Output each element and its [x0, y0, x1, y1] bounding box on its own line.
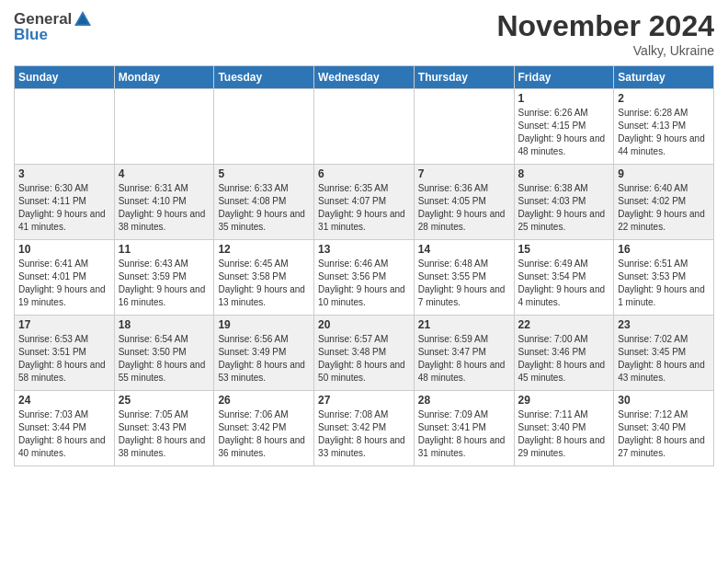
day-info: Sunrise: 6:36 AM Sunset: 4:05 PM Dayligh…	[418, 182, 510, 234]
page: General Blue November 2024 Valky, Ukrain…	[0, 0, 728, 563]
table-row	[214, 89, 314, 165]
day-info: Sunrise: 6:54 AM Sunset: 3:50 PM Dayligh…	[119, 333, 210, 385]
logo: General Blue	[14, 9, 94, 44]
day-number: 1	[518, 92, 610, 105]
day-info: Sunrise: 6:30 AM Sunset: 4:11 PM Dayligh…	[18, 182, 110, 234]
table-row	[314, 89, 415, 165]
day-info: Sunrise: 6:48 AM Sunset: 3:55 PM Dayligh…	[418, 258, 510, 309]
table-row: 28Sunrise: 7:09 AM Sunset: 3:41 PM Dayli…	[414, 391, 514, 466]
day-number: 13	[318, 243, 410, 256]
day-info: Sunrise: 7:09 AM Sunset: 3:41 PM Dayligh…	[418, 408, 510, 460]
calendar-week-row: 1Sunrise: 6:26 AM Sunset: 4:15 PM Daylig…	[15, 89, 714, 165]
calendar-table: Sunday Monday Tuesday Wednesday Thursday…	[14, 65, 714, 466]
calendar-week-row: 24Sunrise: 7:03 AM Sunset: 3:44 PM Dayli…	[15, 391, 714, 466]
day-info: Sunrise: 6:43 AM Sunset: 3:59 PM Dayligh…	[119, 258, 210, 309]
day-info: Sunrise: 6:57 AM Sunset: 3:48 PM Dayligh…	[318, 333, 410, 385]
day-number: 2	[618, 92, 710, 105]
day-info: Sunrise: 7:11 AM Sunset: 3:40 PM Dayligh…	[518, 408, 610, 460]
day-number: 5	[218, 167, 310, 180]
logo-icon	[73, 9, 93, 29]
table-row: 21Sunrise: 6:59 AM Sunset: 3:47 PM Dayli…	[414, 316, 514, 391]
day-number: 9	[618, 167, 710, 180]
day-number: 3	[18, 167, 110, 180]
day-info: Sunrise: 6:45 AM Sunset: 3:58 PM Dayligh…	[218, 258, 310, 309]
day-info: Sunrise: 6:38 AM Sunset: 4:03 PM Dayligh…	[518, 182, 610, 234]
table-row: 19Sunrise: 6:56 AM Sunset: 3:49 PM Dayli…	[214, 316, 314, 391]
col-wednesday: Wednesday	[314, 66, 415, 89]
day-number: 24	[18, 394, 110, 407]
col-saturday: Saturday	[614, 66, 714, 89]
day-info: Sunrise: 7:05 AM Sunset: 3:43 PM Dayligh…	[119, 408, 210, 460]
day-info: Sunrise: 7:08 AM Sunset: 3:42 PM Dayligh…	[318, 408, 410, 460]
day-number: 12	[218, 243, 310, 256]
day-info: Sunrise: 6:40 AM Sunset: 4:02 PM Dayligh…	[618, 182, 710, 234]
table-row: 15Sunrise: 6:49 AM Sunset: 3:54 PM Dayli…	[514, 240, 614, 316]
day-number: 17	[18, 318, 110, 331]
day-number: 18	[119, 318, 210, 331]
table-row: 14Sunrise: 6:48 AM Sunset: 3:55 PM Dayli…	[414, 240, 514, 316]
calendar-header-row: Sunday Monday Tuesday Wednesday Thursday…	[15, 66, 714, 89]
table-row: 30Sunrise: 7:12 AM Sunset: 3:40 PM Dayli…	[614, 391, 714, 466]
day-number: 8	[518, 167, 610, 180]
col-friday: Friday	[514, 66, 614, 89]
table-row: 17Sunrise: 6:53 AM Sunset: 3:51 PM Dayli…	[15, 316, 115, 391]
table-row: 16Sunrise: 6:51 AM Sunset: 3:53 PM Dayli…	[614, 240, 714, 316]
table-row: 29Sunrise: 7:11 AM Sunset: 3:40 PM Dayli…	[514, 391, 614, 466]
table-row: 22Sunrise: 7:00 AM Sunset: 3:46 PM Dayli…	[514, 316, 614, 391]
table-row: 7Sunrise: 6:36 AM Sunset: 4:05 PM Daylig…	[414, 165, 514, 240]
table-row: 13Sunrise: 6:46 AM Sunset: 3:56 PM Dayli…	[314, 240, 415, 316]
table-row: 20Sunrise: 6:57 AM Sunset: 3:48 PM Dayli…	[314, 316, 415, 391]
col-tuesday: Tuesday	[214, 66, 314, 89]
table-row: 6Sunrise: 6:35 AM Sunset: 4:07 PM Daylig…	[314, 165, 415, 240]
day-number: 7	[418, 167, 510, 180]
day-number: 27	[318, 394, 410, 407]
table-row: 12Sunrise: 6:45 AM Sunset: 3:58 PM Dayli…	[214, 240, 314, 316]
day-info: Sunrise: 7:00 AM Sunset: 3:46 PM Dayligh…	[518, 333, 610, 385]
table-row: 4Sunrise: 6:31 AM Sunset: 4:10 PM Daylig…	[114, 165, 214, 240]
day-number: 30	[618, 394, 710, 407]
table-row: 8Sunrise: 6:38 AM Sunset: 4:03 PM Daylig…	[514, 165, 614, 240]
day-number: 10	[18, 243, 110, 256]
day-number: 14	[418, 243, 510, 256]
day-info: Sunrise: 6:59 AM Sunset: 3:47 PM Dayligh…	[418, 333, 510, 385]
location-subtitle: Valky, Ukraine	[496, 43, 714, 58]
day-info: Sunrise: 6:46 AM Sunset: 3:56 PM Dayligh…	[318, 258, 410, 309]
table-row	[114, 89, 214, 165]
day-number: 29	[518, 394, 610, 407]
col-sunday: Sunday	[15, 66, 115, 89]
title-area: November 2024 Valky, Ukraine	[496, 9, 714, 58]
calendar-week-row: 17Sunrise: 6:53 AM Sunset: 3:51 PM Dayli…	[15, 316, 714, 391]
day-number: 6	[318, 167, 410, 180]
day-info: Sunrise: 6:35 AM Sunset: 4:07 PM Dayligh…	[318, 182, 410, 234]
day-number: 20	[318, 318, 410, 331]
calendar-week-row: 10Sunrise: 6:41 AM Sunset: 4:01 PM Dayli…	[15, 240, 714, 316]
day-number: 19	[218, 318, 310, 331]
day-number: 4	[119, 167, 210, 180]
table-row: 24Sunrise: 7:03 AM Sunset: 3:44 PM Dayli…	[15, 391, 115, 466]
day-info: Sunrise: 6:56 AM Sunset: 3:49 PM Dayligh…	[218, 333, 310, 385]
day-number: 11	[119, 243, 210, 256]
calendar-week-row: 3Sunrise: 6:30 AM Sunset: 4:11 PM Daylig…	[15, 165, 714, 240]
day-info: Sunrise: 7:12 AM Sunset: 3:40 PM Dayligh…	[618, 408, 710, 460]
table-row: 25Sunrise: 7:05 AM Sunset: 3:43 PM Dayli…	[114, 391, 214, 466]
table-row: 2Sunrise: 6:28 AM Sunset: 4:13 PM Daylig…	[614, 89, 714, 165]
day-info: Sunrise: 6:53 AM Sunset: 3:51 PM Dayligh…	[18, 333, 110, 385]
day-number: 28	[418, 394, 510, 407]
day-number: 26	[218, 394, 310, 407]
table-row: 23Sunrise: 7:02 AM Sunset: 3:45 PM Dayli…	[614, 316, 714, 391]
table-row: 3Sunrise: 6:30 AM Sunset: 4:11 PM Daylig…	[15, 165, 115, 240]
table-row: 10Sunrise: 6:41 AM Sunset: 4:01 PM Dayli…	[15, 240, 115, 316]
table-row: 5Sunrise: 6:33 AM Sunset: 4:08 PM Daylig…	[214, 165, 314, 240]
col-thursday: Thursday	[414, 66, 514, 89]
col-monday: Monday	[114, 66, 214, 89]
day-number: 23	[618, 318, 710, 331]
table-row: 11Sunrise: 6:43 AM Sunset: 3:59 PM Dayli…	[114, 240, 214, 316]
table-row: 9Sunrise: 6:40 AM Sunset: 4:02 PM Daylig…	[614, 165, 714, 240]
table-row: 18Sunrise: 6:54 AM Sunset: 3:50 PM Dayli…	[114, 316, 214, 391]
day-info: Sunrise: 6:49 AM Sunset: 3:54 PM Dayligh…	[518, 258, 610, 309]
day-info: Sunrise: 6:26 AM Sunset: 4:15 PM Dayligh…	[518, 107, 610, 158]
day-info: Sunrise: 6:41 AM Sunset: 4:01 PM Dayligh…	[18, 258, 110, 309]
header: General Blue November 2024 Valky, Ukrain…	[14, 9, 714, 58]
table-row	[414, 89, 514, 165]
day-info: Sunrise: 7:02 AM Sunset: 3:45 PM Dayligh…	[618, 333, 710, 385]
